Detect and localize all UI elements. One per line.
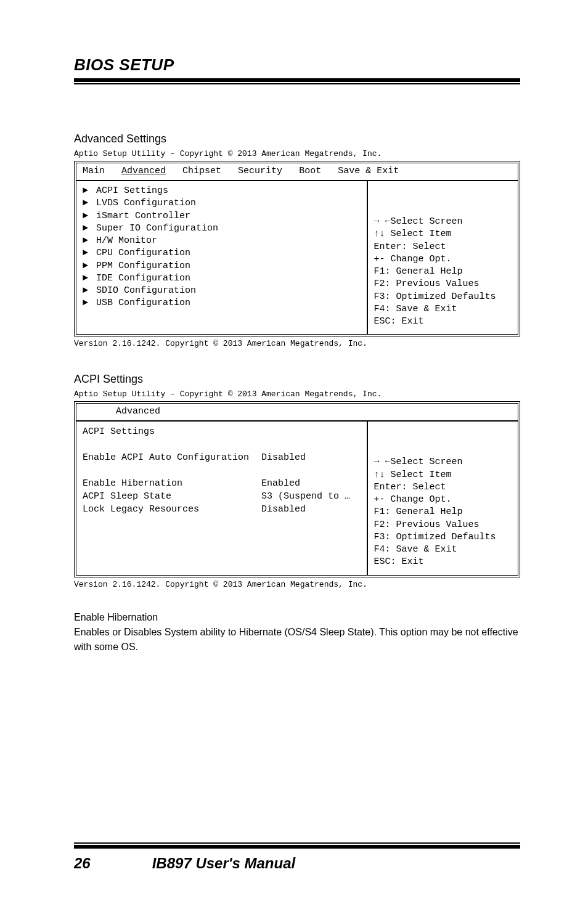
bios-box-advanced: Main Advanced Chipset Security Boot Save… (74, 161, 520, 336)
tab-boot[interactable]: Boot (299, 166, 321, 176)
bios-top-tabs: Main Advanced Chipset Security Boot Save… (76, 163, 518, 180)
help-select-item: ↑↓ Select Item (374, 228, 512, 240)
submenu-arrow-icon: ► (83, 272, 91, 285)
tab-advanced[interactable]: Advanced (116, 406, 160, 417)
help-enter: Enter: Select (374, 481, 512, 494)
help-f4: F4: Save & Exit (374, 544, 512, 556)
kv-lock-legacy[interactable]: Lock Legacy ResourcesDisabled (83, 503, 362, 516)
bios-box-acpi: Advanced ACPI Settings Enable ACPI Auto … (74, 401, 520, 577)
help-enter: Enter: Select (374, 241, 512, 253)
bios-help-panel: → ←Select Screen ↑↓ Select Item Enter: S… (368, 181, 518, 334)
menu-item-cpu[interactable]: ►CPU Configuration (83, 247, 362, 259)
menu-item-sdio[interactable]: ►SDIO Configuration (83, 285, 362, 297)
tab-security[interactable]: Security (238, 166, 282, 176)
submenu-arrow-icon: ► (83, 185, 91, 197)
header-rule-thick (74, 78, 520, 82)
submenu-arrow-icon: ► (83, 210, 91, 222)
submenu-arrow-icon: ► (83, 260, 91, 272)
section-title-advanced-settings: Advanced Settings (74, 132, 520, 145)
manual-title: IB897 User's Manual (152, 855, 295, 872)
menu-item-ide[interactable]: ►IDE Configuration (83, 272, 362, 285)
tab-main[interactable]: Main (83, 166, 105, 176)
submenu-arrow-icon: ► (83, 297, 91, 309)
kv-sleep-state[interactable]: ACPI Sleep StateS3 (Suspend to … (83, 490, 362, 503)
page-header-title: BIOS SETUP (74, 55, 520, 75)
page-number: 26 (74, 855, 91, 872)
help-f4: F4: Save & Exit (374, 303, 512, 316)
kv-heading: ACPI Settings (83, 425, 362, 438)
bios-util-line: Aptio Setup Utility – Copyright © 2013 A… (74, 389, 520, 399)
help-f3: F3: Optimized Defaults (374, 531, 512, 544)
menu-item-acpi-settings[interactable]: ►ACPI Settings (83, 185, 362, 197)
help-select-item: ↑↓ Select Item (374, 469, 512, 481)
bios-bottom-line: Version 2.16.1242. Copyright © 2013 Amer… (74, 339, 520, 348)
header-rule-thin (74, 83, 520, 84)
tab-save-exit[interactable]: Save & Exit (338, 166, 399, 176)
help-esc: ESC: Exit (374, 316, 512, 328)
menu-item-superio[interactable]: ►Super IO Configuration (83, 222, 362, 235)
footer-rule-thin (74, 842, 520, 844)
help-f1: F1: General Help (374, 266, 512, 278)
section-title-acpi: ACPI Settings (74, 373, 520, 386)
help-change-opt: +- Change Opt. (374, 253, 512, 266)
menu-item-usb[interactable]: ►USB Configuration (83, 297, 362, 309)
bios-kv-list: ACPI Settings Enable ACPI Auto Configura… (76, 422, 368, 574)
menu-item-ppm[interactable]: ►PPM Configuration (83, 260, 362, 272)
help-f2: F2: Previous Values (374, 278, 512, 290)
help-f3: F3: Optimized Defaults (374, 291, 512, 303)
help-select-screen: → ←Select Screen (374, 456, 512, 468)
footer-rule-thick (74, 845, 520, 849)
help-f2: F2: Previous Values (374, 519, 512, 531)
submenu-arrow-icon: ► (83, 285, 91, 297)
bios-top-single-tab: Advanced (76, 404, 518, 420)
submenu-arrow-icon: ► (83, 222, 91, 235)
submenu-arrow-icon: ► (83, 235, 91, 247)
bios-menu-list: ►ACPI Settings ►LVDS Configuration ►iSma… (76, 181, 368, 334)
bios-bottom-line: Version 2.16.1242. Copyright © 2013 Amer… (74, 580, 520, 589)
help-select-screen: → ←Select Screen (374, 216, 512, 228)
help-esc: ESC: Exit (374, 556, 512, 568)
bios-help-panel: → ←Select Screen ↑↓ Select Item Enter: S… (368, 422, 518, 574)
menu-item-lvds[interactable]: ►LVDS Configuration (83, 197, 362, 210)
menu-item-hwmonitor[interactable]: ►H/W Monitor (83, 235, 362, 247)
submenu-arrow-icon: ► (83, 197, 91, 210)
kv-hibernation[interactable]: Enable HibernationEnabled (83, 477, 362, 490)
submenu-arrow-icon: ► (83, 247, 91, 259)
tab-advanced[interactable]: Advanced (121, 166, 166, 176)
help-f1: F1: General Help (374, 506, 512, 518)
help-change-opt: +- Change Opt. (374, 494, 512, 506)
tab-chipset[interactable]: Chipset (182, 166, 221, 176)
menu-item-ismart[interactable]: ►iSmart Controller (83, 210, 362, 222)
note-body: Enables or Disables System ability to Hi… (74, 625, 520, 654)
bios-util-line: Aptio Setup Utility – Copyright © 2013 A… (74, 149, 520, 158)
kv-acpi-auto[interactable]: Enable ACPI Auto ConfigurationDisabled (83, 451, 362, 464)
note-heading: Enable Hibernation (74, 610, 520, 625)
